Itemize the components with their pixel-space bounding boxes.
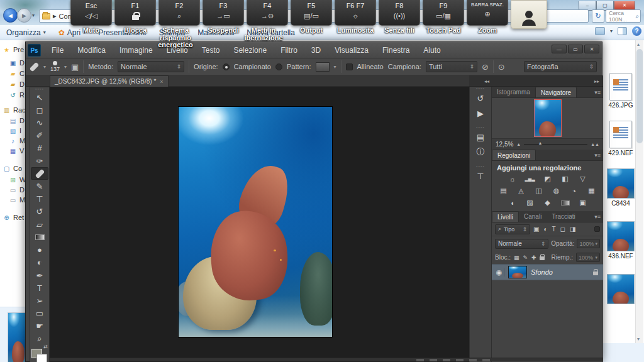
pattern-dropdown-icon[interactable]: ▾ <box>334 64 336 70</box>
file-item-c8434[interactable]: C8434 <box>604 168 637 207</box>
layer-thumbnail[interactable] <box>508 266 527 278</box>
blend-mode-select[interactable]: Normale⇕ <box>118 61 184 72</box>
lock-position-icon[interactable]: ✚ <box>531 255 536 261</box>
menu-3d[interactable]: 3D <box>304 46 328 55</box>
toolbar-item-organizza[interactable]: Organizza▾ <box>0 28 52 37</box>
move-tool[interactable]: ↖ <box>31 91 48 104</box>
layers-panel-menu-icon[interactable]: ▾≡ <box>594 214 601 220</box>
vibrance-icon[interactable]: ▽ <box>577 174 589 184</box>
scroll-up-icon[interactable]: ▴ <box>637 41 640 47</box>
brush-size-picker[interactable]: 137 <box>50 61 60 72</box>
sidebar-item-co[interactable]: ▢Co <box>3 165 22 172</box>
collapse-dock-icon[interactable]: ◂◂ <box>484 79 489 84</box>
pen-tool[interactable]: ✒ <box>31 269 48 282</box>
swatches-panel-icon[interactable]: ▤ <box>472 129 489 145</box>
brush-tool[interactable]: ✎ <box>31 180 48 192</box>
file-item-429.nef[interactable]: 429.NEF <box>604 121 637 156</box>
sidebar-item-rac[interactable]: ▥Rac <box>3 106 26 114</box>
navigator-panel-menu-icon[interactable]: ▾≡ <box>594 89 601 96</box>
file-item-426.jpg[interactable]: 426.JPG <box>604 73 637 109</box>
menu-immagine[interactable]: Immagine <box>113 46 160 55</box>
threshold-icon[interactable]: ◆ <box>541 198 553 207</box>
levels-icon[interactable]: ▂▅▃ <box>524 174 536 184</box>
swap-colors-icon[interactable]: ⇄ <box>43 344 48 349</box>
document-tab[interactable]: _DSC8432.JPG @ 12,5% (RGB/8) * × <box>50 75 169 87</box>
ignore-adjustment-layers-icon[interactable]: ⊘ <box>482 62 489 72</box>
refresh-button[interactable]: ↻ <box>592 9 604 23</box>
lock-paint-icon[interactable]: ✎ <box>523 255 528 261</box>
history-dropdown-icon[interactable]: ▾ <box>32 13 35 18</box>
back-button[interactable]: ◀ <box>3 8 18 23</box>
layer-name[interactable]: Sfondo <box>531 268 589 276</box>
sidebar-item-ret[interactable]: ⊕Ret <box>3 214 24 221</box>
file-item[interactable] <box>604 274 637 305</box>
menu-testo[interactable]: Testo <box>195 46 227 55</box>
hue-saturation-icon[interactable]: ▤ <box>497 186 509 195</box>
actions-panel-icon[interactable]: ▶ <box>472 106 489 121</box>
menu-filtro[interactable]: Filtro <box>274 46 304 55</box>
brush-dropdown-icon[interactable]: ▾ <box>64 64 67 70</box>
sidebar-item-i[interactable]: ▧I <box>9 127 21 134</box>
path-select-tool[interactable]: ➢ <box>31 294 48 307</box>
forward-button[interactable]: ▶ <box>17 8 31 23</box>
background-color-swatch[interactable] <box>36 354 47 362</box>
search-input[interactable]: Cerca 100N... ⌕ <box>606 9 641 23</box>
zoom-tool[interactable]: ⌕ <box>31 332 48 345</box>
filter-type-layers-icon[interactable]: T <box>552 226 556 233</box>
layer-row-sfondo[interactable]: ◉ Sfondo <box>492 264 603 280</box>
ps-close-button[interactable]: ✕ <box>584 45 599 53</box>
menu-finestra[interactable]: Finestra <box>375 46 416 55</box>
sidebar-item-w[interactable]: ⊞W <box>9 176 26 184</box>
sidebar-item-r[interactable]: ↺R <box>9 91 25 99</box>
dodge-tool[interactable]: ◐ <box>31 256 48 269</box>
lock-transparency-icon[interactable]: ▦ <box>514 255 519 261</box>
menu-aiuto[interactable]: Aiuto <box>416 46 447 55</box>
filter-adjustment-layers-icon[interactable]: ◐ <box>543 226 547 233</box>
navigator-zoom-value[interactable]: 12,5% <box>496 141 513 148</box>
address-bar[interactable]: ▸ Compu <box>39 9 589 23</box>
color-swatches[interactable]: ⇄ <box>31 346 48 362</box>
layer-visibility-eye-icon[interactable]: ◉ <box>494 268 504 277</box>
gradient-tool[interactable] <box>31 231 48 243</box>
marquee-tool[interactable]: ◻ <box>31 104 48 116</box>
filter-shape-layers-icon[interactable]: ◻ <box>560 226 565 233</box>
clone-source-panel-icon[interactable]: ⊤ <box>472 168 489 184</box>
ps-maximize-button[interactable]: ▭ <box>568 45 583 53</box>
pattern-radio[interactable] <box>275 63 282 70</box>
color-lookup-icon[interactable]: ▦ <box>586 186 597 195</box>
type-tool[interactable]: T <box>31 282 48 294</box>
healing-brush-tool-icon[interactable] <box>30 63 39 70</box>
brush-panel-toggle-icon[interactable]: ▣ <box>71 62 79 72</box>
help-icon[interactable]: ? <box>632 26 641 36</box>
tab-canali[interactable]: Canali <box>519 211 547 222</box>
eyedropper-tool[interactable]: ✑ <box>31 155 48 167</box>
navigator-zoom-slider[interactable]: ▲ <box>524 144 587 145</box>
menu-selezione[interactable]: Selezione <box>226 46 274 55</box>
menu-livello[interactable]: Livello <box>160 46 195 55</box>
toolbar-item-apri[interactable]: ✿Apri▾ <box>52 28 92 37</box>
collapse-panels-icon[interactable]: ▸▸ <box>594 79 599 84</box>
sidebar-item-d[interactable]: ▤D <box>9 117 25 124</box>
breadcrumb[interactable]: Compu <box>59 13 81 20</box>
canvas-area[interactable] <box>50 87 469 359</box>
zoom-in-icon[interactable]: ▲▲ <box>591 142 599 146</box>
zoom-out-icon[interactable]: ▲ <box>516 142 521 146</box>
lock-all-icon[interactable] <box>540 256 545 260</box>
photo-filter-icon[interactable]: ◍ <box>550 186 562 195</box>
pattern-swatch[interactable] <box>316 62 330 72</box>
toolbar-item-nuova-cartella[interactable]: Nuova cartella <box>240 28 301 37</box>
brightness-contrast-icon[interactable]: ☼ <box>506 174 518 184</box>
gradient-map-icon[interactable] <box>559 198 571 207</box>
scroll-down-icon[interactable]: ▾ <box>637 336 640 342</box>
sidebar-item-c[interactable]: ▰C <box>9 70 25 77</box>
toolbar-item-stampa[interactable]: Stampa <box>153 28 191 37</box>
tab-tracciati[interactable]: Tracciati <box>547 211 580 222</box>
adjustments-panel-menu-icon[interactable]: ▾≡ <box>594 152 601 158</box>
menu-file[interactable]: File <box>45 46 70 55</box>
slider-thumb-icon[interactable]: ▲ <box>538 141 542 145</box>
lasso-tool[interactable]: ∿ <box>31 116 48 129</box>
views-icon[interactable] <box>595 27 605 35</box>
history-brush-tool[interactable]: ↺ <box>31 206 48 218</box>
sidebar-item-d[interactable]: ▰D <box>9 80 25 88</box>
airbrush-icon[interactable]: ⊙ <box>498 62 505 72</box>
